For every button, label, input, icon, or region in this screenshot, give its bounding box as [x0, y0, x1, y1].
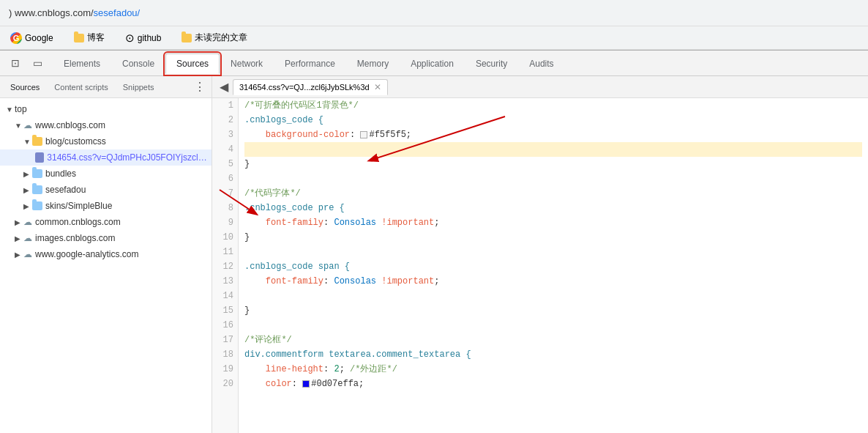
tree-item-blog-customcss[interactable]: ▼ blog/customcss [0, 133, 212, 149]
sources-sidebar: Sources Content scripts Snippets ⋮ ▼ top [0, 76, 212, 433]
url-path: sesefadou/ [94, 7, 141, 18]
code-editor[interactable]: 1 2 3 4 5 6 7 8 9 10 11 12 13 14 15 16 1 [212, 98, 868, 433]
code-tab-filename: 314654.css?v=QJ...zcl6jJybSLk%3d [239, 83, 370, 92]
tree-arrow-sesefadou: ▶ [23, 186, 32, 194]
folder-icon-bundles [32, 169, 42, 178]
tree-item-images-cnblogs[interactable]: ▶ ☁ images.cnblogs.com [0, 230, 212, 246]
bookmark-github-label: github [138, 33, 162, 43]
folder-icon-sesefadou [32, 185, 42, 194]
cloud-icon-images: ☁ [23, 233, 32, 243]
code-tab-close[interactable]: ✕ [374, 82, 381, 92]
code-line-17: /*评论框*/ [244, 333, 862, 347]
cloud-icon-common: ☁ [23, 217, 32, 227]
bookmark-blog-label: 博客 [87, 32, 105, 44]
code-line-3: background-color: #f5f5f5; [244, 127, 862, 142]
tree-item-google-analytics[interactable]: ▶ ☁ www.google-analytics.com [0, 246, 212, 262]
github-icon: ⊙ [125, 32, 135, 45]
code-line-4 [244, 142, 862, 157]
devtools-tab-bar: ⊡ ▭ Elements Console Sources Network Per… [0, 51, 868, 76]
tree-arrow-bundles: ▶ [23, 170, 32, 178]
tree-arrow-blog: ▼ [23, 138, 32, 146]
sidebar-tab-content-scripts[interactable]: Content scripts [47, 80, 115, 95]
sidebar-tab-sources[interactable]: Sources [3, 80, 47, 95]
tree-arrow-top: ▼ [6, 106, 15, 114]
tree-arrow-skins: ▶ [23, 202, 32, 210]
code-panel: ◀ 314654.css?v=QJ...zcl6jJybSLk%3d ✕ 1 2… [212, 76, 868, 433]
code-line-6 [244, 171, 862, 186]
tab-memory[interactable]: Memory [346, 53, 400, 73]
bookmark-github[interactable]: ⊙ github [121, 30, 166, 46]
sidebar-tab-snippets[interactable]: Snippets [116, 80, 162, 95]
tree-arrow-common: ▶ [15, 218, 23, 226]
inspect-icon[interactable]: ⊡ [6, 53, 25, 73]
tab-security[interactable]: Security [465, 53, 518, 73]
sidebar-tab-bar: Sources Content scripts Snippets ⋮ [0, 76, 212, 98]
google-icon: G [10, 32, 22, 44]
sidebar-more-button[interactable]: ⋮ [191, 78, 209, 96]
tree-item-common-cnblogs[interactable]: ▶ ☁ common.cnblogs.com [0, 214, 212, 230]
bookmark-google[interactable]: G Google [6, 31, 58, 45]
code-line-9: font-family: Consolas !important; [244, 215, 862, 230]
code-line-14 [244, 289, 862, 303]
tree-item-top[interactable]: ▼ top [0, 101, 212, 117]
code-lines: /*可折叠的代码区1背景色*/ .cnblogs_code { backgrou… [239, 98, 868, 433]
browser-address-bar: ) www.cnblogs.com/sesefadou/ [0, 0, 868, 26]
code-line-8: .cnblogs_code pre { [244, 201, 862, 215]
bookmark-articles[interactable]: 未读完的文章 [177, 30, 252, 45]
tab-performance[interactable]: Performance [274, 53, 346, 73]
folder-icon-blog-customcss [32, 137, 42, 146]
code-line-16 [244, 318, 862, 333]
bookmark-articles-label: 未读完的文章 [195, 32, 247, 44]
tree-item-skins[interactable]: ▶ skins/SimpleBlue [0, 198, 212, 214]
code-tab-back[interactable]: ◀ [215, 78, 233, 96]
tab-network[interactable]: Network [220, 53, 274, 73]
tree-item-bundles[interactable]: ▶ bundles [0, 166, 212, 182]
devtools-body: Sources Content scripts Snippets ⋮ ▼ top [0, 76, 868, 433]
tab-console[interactable]: Console [111, 53, 165, 73]
tree-item-css-file[interactable]: 314654.css?v=QJdmPHcJ05FOIYjszcl6jJybSLk… [0, 149, 212, 166]
file-icon-css [35, 152, 44, 163]
code-line-7: /*代码字体*/ [244, 186, 862, 201]
devtools-icon-group: ⊡ ▭ [6, 53, 47, 73]
code-line-18: div.commentform textarea.comment_textare… [244, 347, 862, 362]
cloud-icon-www: ☁ [23, 120, 32, 130]
code-line-19: line-height: 2; /*外边距*/ [244, 362, 862, 377]
code-file-tab-css[interactable]: 314654.css?v=QJ...zcl6jJybSLk%3d ✕ [233, 79, 388, 95]
tab-application[interactable]: Application [400, 53, 465, 73]
folder-articles-icon [182, 34, 192, 42]
file-tree[interactable]: ▼ top ▼ ☁ www.cnblogs.com ▼ blog/customc… [0, 98, 212, 433]
tree-arrow-www-cnblogs: ▼ [15, 122, 23, 130]
device-icon[interactable]: ▭ [28, 53, 47, 73]
tree-item-www-cnblogs[interactable]: ▼ ☁ www.cnblogs.com [0, 117, 212, 133]
folder-icon [74, 34, 84, 42]
folder-icon-skins [32, 201, 42, 210]
tree-arrow-images: ▶ [15, 234, 23, 243]
bookmarks-bar: G Google 博客 ⊙ github 未读完的文章 [0, 26, 868, 50]
tab-elements[interactable]: Elements [53, 53, 111, 73]
code-line-13: font-family: Consolas !important; [244, 274, 862, 289]
code-line-5: } [244, 157, 862, 171]
code-tab-bar: ◀ 314654.css?v=QJ...zcl6jJybSLk%3d ✕ [212, 76, 868, 98]
cloud-icon-analytics: ☁ [23, 249, 32, 259]
code-line-15: } [244, 303, 862, 318]
bookmark-google-label: Google [25, 33, 53, 43]
code-line-11 [244, 245, 862, 259]
bookmark-blog[interactable]: 博客 [70, 30, 109, 45]
tab-audits[interactable]: Audits [518, 53, 564, 73]
code-line-12: .cnblogs_code span { [244, 259, 862, 274]
code-line-2: .cnblogs_code { [244, 113, 862, 127]
tree-arrow-analytics: ▶ [15, 251, 23, 259]
tree-item-sesefadou[interactable]: ▶ sesefadou [0, 182, 212, 198]
code-line-10: } [244, 230, 862, 245]
url-prefix: ) www.cnblogs.com/ [9, 7, 94, 18]
devtools-panel: ⊡ ▭ Elements Console Sources Network Per… [0, 50, 868, 433]
tab-sources[interactable]: Sources [165, 53, 220, 74]
line-numbers: 1 2 3 4 5 6 7 8 9 10 11 12 13 14 15 16 1 [212, 98, 239, 433]
code-line-20: color: #0d07effa; [244, 377, 862, 391]
code-line-1: /*可折叠的代码区1背景色*/ [244, 98, 862, 113]
